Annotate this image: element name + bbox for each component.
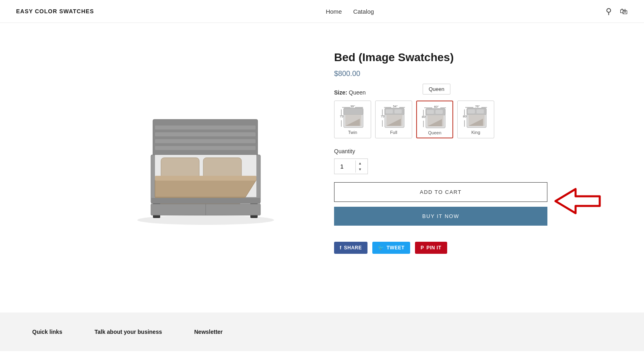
svg-text:39": 39" [350, 105, 355, 108]
footer-col-quicklinks-title: Quick links [32, 329, 62, 335]
pinterest-icon: P [421, 245, 424, 251]
quantity-spinners: ▲ ▼ [355, 160, 364, 173]
product-image-area [97, 47, 310, 288]
svg-rect-61 [477, 109, 484, 113]
nav-home[interactable]: Home [326, 8, 342, 15]
svg-rect-10 [155, 176, 256, 181]
site-logo[interactable]: EASY COLOR SWATCHES [16, 8, 94, 14]
arrow-annotation [551, 185, 604, 219]
quantity-label: Quantity [334, 148, 547, 154]
twitter-icon: 🐦 [378, 245, 384, 251]
swatch-label-twin: Twin [348, 130, 357, 135]
swatch-label-full: Full [390, 130, 397, 135]
svg-text:54": 54" [393, 105, 398, 108]
svg-rect-14 [151, 198, 260, 204]
quantity-input-wrap: 1 ▲ ▼ [334, 158, 368, 174]
nav-catalog[interactable]: Catalog [353, 8, 374, 15]
svg-rect-4 [155, 146, 256, 150]
header-actions: ⚲ 🛍 [606, 6, 628, 16]
social-share: f SHARE 🐦 TWEET P PIN IT [334, 242, 547, 254]
svg-text:76": 76" [475, 105, 480, 108]
size-swatch-full[interactable]: 54" 75" Full [375, 101, 412, 138]
quantity-up[interactable]: ▲ [356, 160, 364, 167]
svg-marker-64 [555, 189, 600, 213]
share-facebook-label: SHARE [344, 245, 362, 251]
product-image [117, 95, 290, 240]
buy-it-now-button[interactable]: BUY IT NOW [334, 207, 547, 226]
size-tooltip: Queen [423, 84, 450, 95]
cart-icon[interactable]: 🛍 [620, 7, 628, 16]
footer-col-newsletter: Newsletter [194, 329, 223, 335]
footer: Quick links Talk about your business New… [0, 313, 644, 351]
quantity-down[interactable]: ▼ [356, 167, 364, 173]
size-options: Queen 39" 75" Twin [334, 101, 547, 138]
svg-rect-36 [386, 109, 393, 113]
svg-marker-9 [155, 180, 256, 197]
svg-rect-0 [153, 119, 258, 156]
share-twitter-button[interactable]: 🐦 TWEET [372, 242, 410, 254]
svg-rect-2 [155, 132, 256, 136]
svg-rect-3 [155, 139, 256, 143]
selected-size-text: Queen [349, 89, 366, 96]
add-to-cart-button[interactable]: ADD TO CART [334, 182, 547, 202]
product-title: Bed (Image Swatches) [334, 51, 547, 64]
size-swatch-king[interactable]: 76" 80" King [457, 101, 494, 138]
svg-rect-1 [155, 125, 256, 130]
swatch-label-king: King [471, 130, 480, 135]
quantity-input[interactable]: 1 [334, 159, 355, 174]
footer-columns: Quick links Talk about your business New… [32, 329, 612, 335]
share-pinterest-button[interactable]: P PIN IT [415, 242, 447, 254]
swatch-label-queen: Queen [428, 130, 441, 135]
share-pinterest-label: PIN IT [427, 245, 442, 251]
footer-col-quicklinks: Quick links [32, 329, 62, 335]
footer-col-business: Talk about your business [95, 329, 162, 335]
svg-point-17 [137, 215, 274, 225]
main-nav: Home Catalog [326, 8, 374, 15]
svg-text:60": 60" [434, 105, 439, 109]
footer-col-newsletter-title: Newsletter [194, 329, 223, 335]
svg-rect-25 [344, 108, 363, 115]
share-facebook-button[interactable]: f SHARE [334, 242, 367, 254]
svg-rect-48 [427, 110, 434, 114]
svg-rect-37 [394, 109, 402, 113]
svg-rect-49 [436, 110, 443, 114]
share-twitter-label: TWEET [387, 245, 405, 251]
footer-col-business-title: Talk about your business [95, 329, 162, 335]
size-swatch-queen[interactable]: 60" 80" Queen [416, 101, 453, 138]
search-icon[interactable]: ⚲ [606, 6, 612, 16]
size-swatch-twin[interactable]: 39" 75" Twin [334, 101, 371, 138]
svg-rect-60 [468, 109, 475, 113]
facebook-icon: f [340, 245, 342, 251]
product-details: Bed (Image Swatches) $800.00 Size: Queen… [334, 47, 547, 288]
product-price: $800.00 [334, 70, 547, 78]
